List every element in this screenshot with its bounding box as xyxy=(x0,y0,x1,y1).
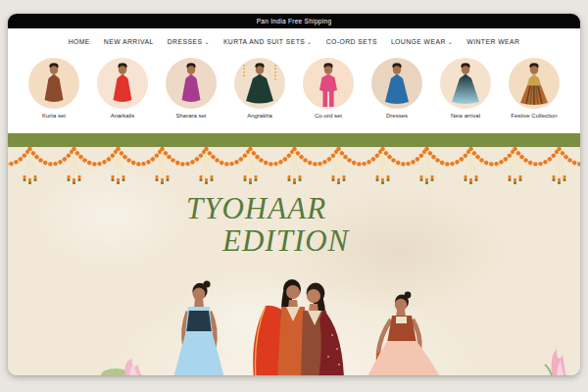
main-nav: HOME NEW ARRIVAL DRESSES⌄ KURTA AND SUIT… xyxy=(8,28,580,55)
announcement-text: Pan India Free Shipping xyxy=(257,18,332,24)
category-label: Co-ord set xyxy=(315,113,342,119)
category-item-coord-set[interactable]: Co-ord set xyxy=(299,58,358,119)
chevron-down-icon: ⌄ xyxy=(204,40,209,44)
category-image xyxy=(234,58,285,109)
hero-title-line2: EDITION xyxy=(186,224,349,257)
category-item-new-arrival[interactable]: New arrival xyxy=(436,58,495,119)
model-photo-silhouette xyxy=(509,58,560,109)
category-item-anarkalis[interactable]: Anarkalis xyxy=(93,58,152,119)
nav-item-new-arrival[interactable]: NEW ARRIVAL xyxy=(104,38,154,45)
category-image xyxy=(509,58,560,109)
model-photo-silhouette xyxy=(166,58,217,109)
category-label: Anarkalis xyxy=(111,113,135,119)
category-item-angrakha[interactable]: Angrakha xyxy=(230,58,289,119)
nav-item-label: CO-ORD SETS xyxy=(326,38,377,45)
nav-item-label: NEW ARRIVAL xyxy=(104,38,154,45)
model-photo-silhouette xyxy=(371,58,422,109)
category-label: New arrival xyxy=(451,113,480,119)
category-image xyxy=(166,58,217,109)
model-left xyxy=(173,280,224,375)
browser-window: Pan India Free Shipping HOME NEW ARRIVAL… xyxy=(8,14,580,375)
category-image xyxy=(440,58,491,109)
model-right xyxy=(367,292,441,375)
hero-banner: TYOHAAR EDITION xyxy=(8,147,580,375)
category-image xyxy=(303,58,354,109)
hero-models-photo xyxy=(8,259,580,375)
model-photo-silhouette xyxy=(440,58,491,109)
lotus-flower-left xyxy=(101,359,145,375)
nav-item-label: LOUNGE WEAR xyxy=(391,38,446,45)
nav-item-label: DRESSES xyxy=(168,38,203,45)
category-image xyxy=(371,58,422,109)
category-label: Angrakha xyxy=(247,113,272,119)
announcement-bar: Pan India Free Shipping xyxy=(8,14,580,28)
model-photo-silhouette xyxy=(28,58,79,109)
category-image xyxy=(97,58,148,109)
chevron-down-icon: ⌄ xyxy=(307,40,312,44)
category-label: Kurta set xyxy=(42,113,66,119)
hero-title: TYOHAAR EDITION xyxy=(186,192,349,257)
category-label: Dresses xyxy=(386,113,408,119)
accent-divider-bar xyxy=(8,133,580,147)
lotus-flower-right xyxy=(545,349,566,375)
category-image xyxy=(28,58,79,109)
model-center-pair xyxy=(253,279,344,375)
category-label: Festive Collection xyxy=(511,113,557,119)
nav-item-lounge-wear[interactable]: LOUNGE WEAR⌄ xyxy=(391,38,453,45)
marigold-garland-decoration xyxy=(8,147,580,196)
model-photo-silhouette xyxy=(303,58,354,109)
chevron-down-icon: ⌄ xyxy=(448,40,453,44)
category-row: Kurta set Anarkalis Sharara set xyxy=(8,55,580,133)
nav-item-coord-sets[interactable]: CO-ORD SETS xyxy=(326,38,377,45)
model-photo-silhouette xyxy=(97,58,148,109)
category-item-dresses[interactable]: Dresses xyxy=(368,58,426,119)
nav-item-label: HOME xyxy=(69,38,90,45)
hero-title-line1: TYOHAAR xyxy=(186,192,349,224)
nav-item-home[interactable]: HOME xyxy=(69,38,90,45)
nav-item-winter-wear[interactable]: WINTER WEAR xyxy=(466,38,519,45)
category-item-sharara-set[interactable]: Sharara set xyxy=(162,58,220,119)
category-item-kurta-set[interactable]: Kurta set xyxy=(24,58,83,119)
nav-item-label: KURTA AND SUIT SETS xyxy=(223,38,305,45)
nav-item-label: WINTER WEAR xyxy=(466,38,519,45)
nav-item-kurta-and-suit-sets[interactable]: KURTA AND SUIT SETS⌄ xyxy=(223,38,313,45)
nav-item-dresses[interactable]: DRESSES⌄ xyxy=(168,38,210,45)
category-label: Sharara set xyxy=(175,113,206,119)
model-photo-silhouette xyxy=(234,58,285,109)
category-item-festive-collection[interactable]: Festive Collection xyxy=(505,58,564,119)
